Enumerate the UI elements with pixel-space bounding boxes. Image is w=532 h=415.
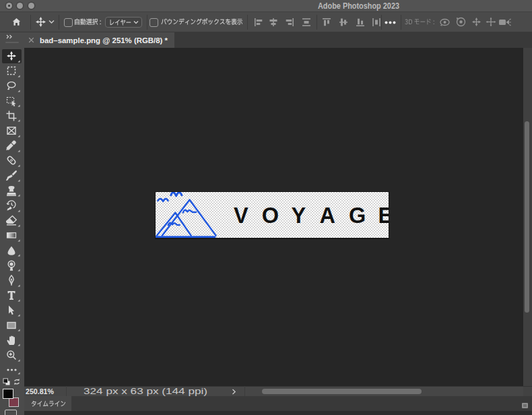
- svg-text:250.81%: 250.81%: [26, 387, 54, 395]
- svg-text:Adobe Photoshop 2023: Adobe Photoshop 2023: [318, 1, 399, 11]
- svg-text:324 px x 63 px (144 ppi): 324 px x 63 px (144 ppi): [84, 387, 207, 396]
- svg-text:bad–sample.png @ 251% (RGB/8): bad–sample.png @ 251% (RGB/8) *: [40, 36, 168, 44]
